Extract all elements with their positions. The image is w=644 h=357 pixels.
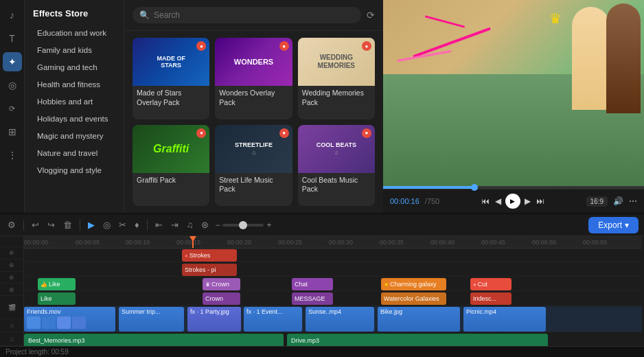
effect-thumb-made-of-stars: ● xyxy=(133,38,209,86)
cut-label: Cut xyxy=(478,281,487,288)
effect-card-streetlife[interactable]: STREETLIFE ♫ ● Street Life Music Pack xyxy=(215,125,292,207)
charming-clip[interactable]: ★ Charming galaxy xyxy=(381,278,446,290)
search-input[interactable] xyxy=(154,10,354,20)
best-memories-label: Best_Memories.mp3 xyxy=(28,337,85,344)
timeline-area: ⚙ ↩ ↪ 🗑 ▶ ◎ ✂ ♦ ⇤ ⇥ ♫ ⊛ − + Export xyxy=(0,213,644,357)
effect-card-wonders[interactable]: ● Wonders Overlay Pack xyxy=(215,38,292,119)
effects-icon[interactable]: ✦ xyxy=(3,52,22,71)
watercolor-clip[interactable]: Watercolor Galaxies xyxy=(381,292,446,305)
drive-label: Drive.mp3 xyxy=(291,337,319,344)
timeline-ruler: 00:00:00 00:00:05 00:00:10 00:00:15 00:0… xyxy=(24,236,642,249)
progress-bar[interactable] xyxy=(383,186,644,189)
total-time-display: /750 xyxy=(425,197,439,205)
crown-label: Crown xyxy=(211,281,229,288)
transitions-icon[interactable]: ⟳ xyxy=(3,99,22,118)
effect-label-wonders: Wonders Overlay Pack xyxy=(215,86,292,110)
sidebar-item-family[interactable]: Family and kids xyxy=(29,42,119,58)
ruler-label-row xyxy=(0,236,23,247)
event-clip[interactable]: fx · 1 Event... xyxy=(244,307,302,332)
preview-figure-1 xyxy=(572,7,610,110)
skip-to-start-button[interactable]: ⏮ xyxy=(480,195,491,207)
iridesc-clip[interactable]: Iridesc... xyxy=(470,292,511,305)
friends-clip-thumbnails xyxy=(27,316,113,329)
progress-fill xyxy=(383,186,474,189)
ruler-mark-5: 00:00:25 xyxy=(278,239,302,246)
playhead[interactable] xyxy=(192,236,194,248)
sidebar-item-vlogging[interactable]: Vlogging and style xyxy=(29,162,119,178)
picnic-clip[interactable]: Picnic.mp4 xyxy=(463,307,546,332)
marker-tool[interactable]: ♦ xyxy=(133,218,141,232)
back-tool[interactable]: ⇤ xyxy=(153,218,165,232)
pro-badge: ● xyxy=(279,41,289,51)
forward-tool[interactable]: ⇥ xyxy=(169,218,181,232)
sidebar-item-gaming[interactable]: Gaming and tech xyxy=(29,59,119,76)
party-clip[interactable]: fx · 1 Party.jpg xyxy=(187,307,241,332)
zoom-out-button[interactable]: − xyxy=(215,220,220,230)
crown-sub-clip[interactable]: Crown xyxy=(203,292,240,305)
sidebar-item-magic[interactable]: Magic and mystery xyxy=(29,128,119,144)
zoom-in-button[interactable]: + xyxy=(266,220,271,230)
effect-card-graffiti[interactable]: Graffiti ● Graffiti Pack xyxy=(133,125,209,207)
sidebar-item-education[interactable]: Education and work xyxy=(29,25,119,41)
strokes-clip[interactable]: ● Strokes xyxy=(182,249,237,262)
effect-card-coolbeats[interactable]: COOL BEATS ♫ ● Cool Beats Music Pack xyxy=(298,125,375,207)
delete-tool[interactable]: 🗑 xyxy=(61,218,74,232)
music-icon[interactable]: ♪ xyxy=(3,5,22,25)
drive-clip[interactable]: Drive.mp3 xyxy=(287,334,548,346)
timeline-content: ⊕ ⊕ ⊕ ⊕ 🎬 ♫ ♫ 00:00:00 00:00:05 xyxy=(0,236,644,346)
cut-tool[interactable]: ✂ xyxy=(117,218,128,232)
strokes-sub-clip[interactable]: Strokes - pi xyxy=(182,264,237,276)
step-forward-button[interactable]: ▶ xyxy=(523,195,532,207)
summer-clip[interactable]: Summer trip... xyxy=(119,307,184,332)
templates-icon[interactable]: ⊞ xyxy=(3,122,22,141)
export-dropdown-icon[interactable]: ▾ xyxy=(625,220,629,230)
export-button[interactable]: Export ▾ xyxy=(588,217,639,233)
watercolor-label: Watercolor Galaxies xyxy=(384,295,439,302)
sidebar-item-health[interactable]: Health and fitness xyxy=(29,76,119,93)
overlay-icon[interactable]: ◎ xyxy=(3,76,22,95)
audio-label-2: ♫ xyxy=(0,332,23,346)
refresh-button[interactable]: ⟳ xyxy=(367,10,375,21)
friends-clip-label: Friends.mov xyxy=(27,308,113,315)
sidebar-item-holidays[interactable]: Holidays and events xyxy=(29,111,119,127)
zoom-track[interactable] xyxy=(222,224,264,227)
like-clip[interactable]: 👍 Like xyxy=(38,278,76,290)
razor-tool[interactable]: ▶ xyxy=(86,218,97,232)
best-memories-clip[interactable]: Best_Memories.mp3 xyxy=(24,334,284,346)
sidebar-item-nature[interactable]: Nature and travel xyxy=(29,145,119,161)
magnet-tool[interactable]: ◎ xyxy=(101,218,113,232)
sticker-label-1: ⊕ xyxy=(0,247,23,260)
streetlife-text: STREETLIFE xyxy=(235,141,273,148)
chat-clip[interactable]: Chat xyxy=(292,278,333,290)
text-icon[interactable]: T xyxy=(3,29,22,48)
sidebar-item-hobbies[interactable]: Hobbies and art xyxy=(29,93,119,110)
bike-clip[interactable]: Bike.jpg xyxy=(378,307,460,332)
friends-clip[interactable]: Friends.mov xyxy=(24,307,115,332)
store-header: 🔍 ⟳ xyxy=(124,0,383,31)
step-back-button[interactable]: ◀ xyxy=(494,195,503,207)
effect-card-wedding[interactable]: WEDDINGMEMORIES ● Wedding Memories Pack xyxy=(298,38,375,119)
left-icon-bar: ♪ T ✦ ◎ ⟳ ⊞ ⋮ xyxy=(0,0,25,213)
link-tool[interactable]: ⊛ xyxy=(199,218,211,232)
preview-figure-2 xyxy=(606,3,641,113)
settings-tool[interactable]: ⚙ xyxy=(5,218,18,232)
sunset-clip[interactable]: Sunse..mp4 xyxy=(306,307,374,332)
graffiti-text: Graffiti xyxy=(153,143,189,155)
redo-tool[interactable]: ↪ xyxy=(45,218,57,232)
bottom-bar: Project length: 00:59 xyxy=(0,346,644,357)
ruler-mark-2: 00:00:10 xyxy=(126,239,150,246)
volume-button[interactable]: 🔊 xyxy=(613,196,623,206)
cut-clip[interactable]: ● Cut xyxy=(470,278,511,290)
timeline-tracks[interactable]: 00:00:00 00:00:05 00:00:10 00:00:15 00:0… xyxy=(24,236,644,346)
like-sub-clip[interactable]: Like xyxy=(38,292,76,305)
play-pause-button[interactable]: ▶ xyxy=(505,194,520,209)
undo-tool[interactable]: ↩ xyxy=(30,218,41,232)
audio-tool[interactable]: ♫ xyxy=(185,218,196,232)
message-clip[interactable]: MESSAGE xyxy=(292,292,333,305)
crown-clip[interactable]: ♛ Crown xyxy=(203,278,240,290)
more-icon[interactable]: ⋮ xyxy=(3,146,22,165)
effect-card-made-of-stars[interactable]: ● Made of Stars Overlay Pack xyxy=(133,38,209,119)
skip-to-end-button[interactable]: ⏭ xyxy=(535,195,546,207)
aspect-ratio-selector[interactable]: 16:9 xyxy=(586,196,608,207)
more-options-button[interactable]: ⋯ xyxy=(629,196,637,206)
